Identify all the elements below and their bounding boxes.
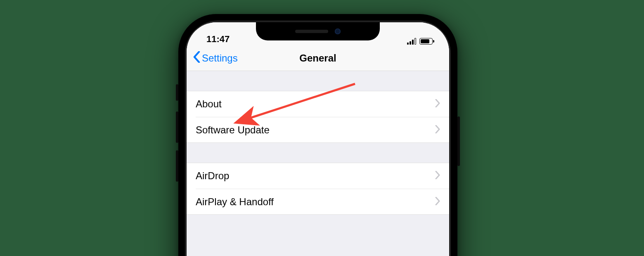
row-label: AirDrop [196, 170, 229, 182]
chevron-right-icon [435, 98, 440, 110]
chevron-left-icon [193, 51, 200, 65]
notch [256, 22, 380, 40]
section-spacer [187, 71, 449, 91]
side-button[interactable] [457, 116, 460, 166]
row-label: About [196, 98, 222, 110]
volume-down-button[interactable] [176, 150, 178, 182]
back-button[interactable]: Settings [187, 51, 238, 65]
phone-screen: 11:47 Settings General [187, 22, 449, 256]
status-time: 11:47 [201, 34, 230, 45]
settings-group: About Software Update [187, 91, 449, 143]
volume-up-button[interactable] [176, 111, 178, 143]
front-camera [335, 28, 341, 34]
row-software-update[interactable]: Software Update [196, 117, 449, 142]
navigation-bar: Settings General [187, 45, 449, 71]
row-label: Software Update [196, 124, 270, 136]
chevron-right-icon [435, 196, 440, 208]
row-airplay-handoff[interactable]: AirPlay & Handoff [196, 189, 449, 214]
cellular-signal-icon [407, 38, 416, 45]
phone-frame: 11:47 Settings General [178, 14, 457, 256]
row-airdrop[interactable]: AirDrop [187, 163, 449, 189]
battery-icon [419, 38, 433, 45]
chevron-right-icon [435, 124, 440, 136]
phone-bezel: 11:47 Settings General [185, 21, 451, 256]
settings-group: AirDrop AirPlay & Handoff [187, 163, 449, 215]
earpiece-speaker [295, 30, 328, 33]
chevron-right-icon [435, 170, 440, 182]
row-label: AirPlay & Handoff [196, 196, 274, 208]
section-spacer [187, 143, 449, 163]
row-about[interactable]: About [187, 91, 449, 117]
mute-switch[interactable] [176, 84, 178, 101]
back-button-label: Settings [202, 52, 238, 64]
